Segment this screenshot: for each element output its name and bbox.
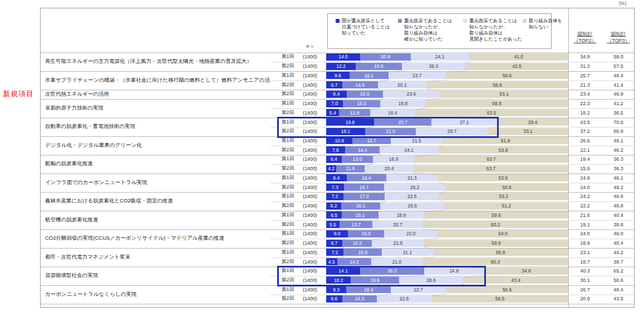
bar-segment: 10.9 bbox=[326, 137, 352, 144]
bar-segment: 7.3 bbox=[326, 184, 344, 191]
category-label: デジタル化・デジタル業界のグリーン化 bbox=[41, 136, 270, 155]
top3-value: 39.8 bbox=[602, 222, 635, 227]
category-block: 次世代熱エネルギーの活用第2回(1400)8.415.023.653.123.4… bbox=[41, 90, 634, 99]
top2-value: 21.6 bbox=[568, 212, 602, 218]
bar-segment: 33.1 bbox=[488, 128, 568, 135]
bar-segment: 20.4 bbox=[365, 165, 414, 172]
wave-label: 第1回 bbox=[278, 119, 298, 126]
wave-label: 第2回 bbox=[278, 295, 298, 302]
stacked-bar: 5.513.720.760.2 bbox=[326, 221, 568, 228]
bar-segment: 7.8 bbox=[326, 146, 345, 153]
top3-value: 36.5 bbox=[602, 110, 635, 116]
top2-value: 19.1 bbox=[568, 222, 602, 227]
bar-segment: 16.4 bbox=[347, 174, 386, 181]
category-label: 再生可能エネルギーの主力電源化（洋上風力・次世代型太陽光・地熱産業の普及拡大） bbox=[41, 52, 270, 71]
bar-segment: 58.8 bbox=[426, 100, 568, 107]
bar-segment: 18.4 bbox=[370, 109, 415, 116]
wave-label: 第2回 bbox=[278, 128, 298, 135]
table-row: 第1回(1400)14.020.924.141.034.959.0 bbox=[270, 52, 634, 62]
stacked-bar: 8.318.422.750.6 bbox=[326, 286, 568, 293]
table-row: 第2回(1400)7.814.424.153.822.146.2 bbox=[270, 145, 634, 155]
wave-label: 第2回 bbox=[278, 165, 298, 172]
top3-value: 40.4 bbox=[602, 212, 635, 218]
sample-size: (1400) bbox=[298, 287, 322, 293]
category-label: 農林水産業における脱炭素化とCO2吸収・固定の推進 bbox=[41, 192, 270, 210]
bar-segment: 43.4 bbox=[463, 276, 568, 284]
legend: 国が重点政策として位置づけていることは知っていた重点政策であることは知らなかった… bbox=[327, 13, 552, 49]
legend-item-label: 国が重点政策として位置づけていることは知っていた bbox=[342, 18, 390, 36]
bar-segment: 14.1 bbox=[326, 268, 360, 275]
wave-label: 第1回 bbox=[278, 212, 298, 219]
table-row: 第2回(1400)16.121.029.733.137.266.9 bbox=[270, 127, 634, 136]
bar-segment: 14.2 bbox=[337, 258, 372, 265]
bar-segment: 60.2 bbox=[422, 221, 568, 228]
top3-value: 41.4 bbox=[602, 82, 635, 88]
top2-value: 34.9 bbox=[568, 54, 602, 60]
wave-label: 第2回 bbox=[278, 240, 298, 246]
bar-segment: 59.6 bbox=[424, 240, 568, 247]
top3-value: 46.1 bbox=[602, 175, 635, 181]
bar-segment: 14.4 bbox=[345, 146, 380, 153]
stacked-bar: 9.015.022.054.0 bbox=[326, 230, 568, 237]
bar-segment: 60.3 bbox=[422, 258, 568, 265]
category-block: カーボンニュートラルなくらしの実現第1回(1400)8.318.422.750.… bbox=[41, 285, 634, 303]
sample-size: (1400) bbox=[298, 82, 322, 88]
bar-segment: 20.1 bbox=[378, 81, 426, 88]
top2-value: 25.7 bbox=[568, 73, 602, 78]
stacked-bar: 4.514.221.060.3 bbox=[326, 258, 568, 265]
table-row: 第1回(1400)9.015.022.054.024.046.0 bbox=[270, 229, 634, 239]
bar-segment: 18.8 bbox=[380, 100, 426, 107]
bar-segment: 29.4 bbox=[497, 118, 568, 126]
top3-value: 48.1 bbox=[602, 138, 635, 143]
bar-segment: 15.0 bbox=[348, 230, 384, 237]
bar-segment: 59.6 bbox=[424, 211, 568, 219]
sample-size: (1400) bbox=[298, 250, 322, 255]
stacked-bar: 8.415.023.653.1 bbox=[326, 91, 568, 98]
table-row: 第2回(1400)12.219.026.342.531.257.5 bbox=[270, 62, 634, 71]
bar-segment: 16.1 bbox=[350, 72, 389, 79]
bar-segment: 14.3 bbox=[342, 295, 377, 303]
stacked-bar: 10.915.721.551.9 bbox=[326, 137, 568, 144]
wave-label: 第2回 bbox=[278, 147, 298, 153]
totals-header-top2: 認知計 （TOP2） bbox=[568, 31, 602, 44]
bar-segment: 18.4 bbox=[346, 286, 391, 293]
totals-header-top2-line2: （TOP2） bbox=[568, 37, 602, 44]
bar-segment: 22.5 bbox=[385, 193, 439, 200]
bar-segment: 42.5 bbox=[465, 63, 568, 70]
stacked-bar: 12.219.026.342.5 bbox=[326, 63, 568, 70]
totals-header-top3-line1: 認知計 bbox=[602, 31, 635, 37]
table-row: 第1回(1400)6.515.118.959.621.640.4 bbox=[270, 210, 634, 220]
category-rows: 第1回(1400)14.126.324.934.840.365.2第2回(140… bbox=[270, 266, 634, 285]
stacked-bar: 7.215.821.155.8 bbox=[326, 249, 568, 256]
legend-item-label: 重点政策であることは知らなかったが、取り組み自体は確かに知っていた bbox=[404, 18, 452, 42]
top2-value: 24.8 bbox=[568, 175, 602, 181]
top3-value: 46.0 bbox=[602, 231, 635, 236]
category-rows: 第1回(1400)7.215.821.155.823.144.2第2回(1400… bbox=[270, 247, 634, 266]
totals-header-top3: 認知計 （TOP3） bbox=[602, 31, 635, 44]
bar-segment: 51.9 bbox=[443, 137, 568, 144]
top3-value: 36.3 bbox=[602, 166, 635, 171]
sample-size: (1400) bbox=[298, 194, 322, 199]
wave-label: 第2回 bbox=[278, 91, 298, 97]
bar-segment: 15.8 bbox=[343, 249, 382, 256]
table-row: 第1回(1400)7.217.022.553.224.246.8 bbox=[270, 192, 634, 201]
table-row: 第1回(1400)14.126.324.934.840.365.2 bbox=[270, 266, 634, 276]
bar-segment: 6.4 bbox=[326, 156, 342, 163]
bar-segment: 6.5 bbox=[326, 211, 342, 219]
sample-size: (1400) bbox=[298, 259, 322, 265]
category-block: 自動車の脱炭素化・蓄電池技術の実現第1回(1400)19.823.727.129… bbox=[41, 117, 634, 136]
sample-size: (1400) bbox=[298, 156, 322, 162]
category-block: 農林水産業における脱炭素化とCO2吸収・固定の推進第1回(1400)7.217.… bbox=[41, 192, 634, 210]
bar-segment: 20.9 bbox=[360, 53, 411, 61]
bar-segment: 26.6 bbox=[380, 202, 445, 210]
legend-swatch-icon bbox=[336, 19, 340, 23]
sample-size: (1400) bbox=[298, 185, 322, 190]
top3-value: 44.2 bbox=[602, 250, 635, 255]
bar-segment: 15.7 bbox=[352, 137, 390, 144]
bar-segment: 14.6 bbox=[342, 81, 378, 88]
bar-segment: 26.3 bbox=[402, 63, 465, 70]
sample-size: (1400) bbox=[298, 222, 322, 227]
table-row: 第1回(1400)8.416.421.353.924.846.1 bbox=[270, 174, 634, 183]
bar-segment: 4.5 bbox=[326, 258, 337, 265]
bar-segment: 26.3 bbox=[360, 268, 424, 275]
